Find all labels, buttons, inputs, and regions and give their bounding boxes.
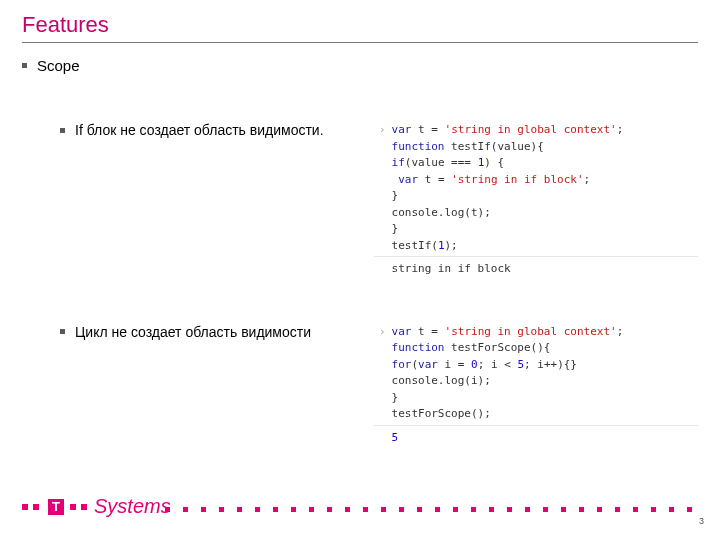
- code-text: var t = 'string in global context';: [392, 324, 698, 341]
- footer-dot-icon: [489, 507, 494, 512]
- col-text-loop: Цикл не создает область видимости: [22, 324, 374, 350]
- code-listing: ›var t = 'string in global context';func…: [374, 122, 698, 278]
- code-line: function testForScope(){: [374, 340, 698, 357]
- logo-text: Systems: [94, 495, 171, 518]
- footer-dot-icon: [435, 507, 440, 512]
- code-text: console.log(t);: [392, 205, 698, 222]
- code-line: var t = 'string in if block';: [374, 172, 698, 189]
- code-gutter: [374, 340, 392, 357]
- footer-dot-icon: [309, 507, 314, 512]
- row-loop-block: Цикл не создает область видимости ›var t…: [22, 324, 698, 453]
- code-gutter: [374, 357, 392, 374]
- output-gutter: [374, 261, 392, 278]
- code-gutter: [374, 155, 392, 172]
- footer-dot-icon: [219, 507, 224, 512]
- footer-dot-icon: [507, 507, 512, 512]
- logo-dot-icon: [70, 504, 76, 510]
- footer-dots-row: [165, 507, 705, 512]
- bullet-square-icon: [60, 329, 65, 334]
- bullet-if: If блок не создает область видимости.: [60, 122, 374, 138]
- code-gutter: [374, 205, 392, 222]
- title-rule: [22, 42, 698, 43]
- footer-dot-icon: [363, 507, 368, 512]
- footer-dot-icon: [201, 507, 206, 512]
- footer-dot-icon: [165, 507, 170, 512]
- code-gutter: [374, 238, 392, 255]
- footer-dot-icon: [687, 507, 692, 512]
- code-text: testForScope();: [392, 406, 698, 423]
- slide-content: Features Scope If блок не создает област…: [0, 0, 720, 452]
- footer-dot-icon: [183, 507, 188, 512]
- code-text: if(value === 1) {: [392, 155, 698, 172]
- code-output-row: string in if block: [374, 256, 698, 278]
- code-gutter: [374, 390, 392, 407]
- code-line: }: [374, 390, 698, 407]
- code-output-row: 5: [374, 425, 698, 447]
- code-text: var t = 'string in if block';: [392, 172, 698, 189]
- code-line: console.log(t);: [374, 205, 698, 222]
- page-number: 3: [699, 516, 704, 526]
- code-block-1: ›var t = 'string in global context';func…: [374, 122, 698, 284]
- footer-dot-icon: [615, 507, 620, 512]
- code-text: }: [392, 221, 698, 238]
- code-line: ›var t = 'string in global context';: [374, 122, 698, 139]
- code-line: function testIf(value){: [374, 139, 698, 156]
- footer-dot-icon: [345, 507, 350, 512]
- code-line: ›var t = 'string in global context';: [374, 324, 698, 341]
- footer-dot-icon: [417, 507, 422, 512]
- code-text: for(var i = 0; i < 5; i++){}: [392, 357, 698, 374]
- code-gutter: [374, 221, 392, 238]
- footer-dot-icon: [327, 507, 332, 512]
- footer-dot-icon: [651, 507, 656, 512]
- code-gutter: [374, 188, 392, 205]
- footer-dot-icon: [597, 507, 602, 512]
- chevron-right-icon: ›: [379, 325, 386, 338]
- footer-dot-icon: [399, 507, 404, 512]
- col-text-if: If блок не создает область видимости.: [22, 122, 374, 148]
- code-gutter: ›: [374, 324, 392, 341]
- footer-dot-icon: [471, 507, 476, 512]
- chevron-right-icon: ›: [379, 123, 386, 136]
- footer-dot-icon: [273, 507, 278, 512]
- footer-dot-icon: [453, 507, 458, 512]
- code-gutter: [374, 406, 392, 423]
- footer-logo: Systems: [22, 495, 171, 518]
- code-gutter: [374, 172, 392, 189]
- row-if-block: If блок не создает область видимости. ›v…: [22, 122, 698, 284]
- footer-dot-icon: [255, 507, 260, 512]
- code-line: }: [374, 221, 698, 238]
- bullet-square-icon: [22, 63, 27, 68]
- bullet-loop-text: Цикл не создает область видимости: [75, 324, 311, 340]
- code-gutter: [374, 373, 392, 390]
- footer-dot-icon: [237, 507, 242, 512]
- code-line: for(var i = 0; i < 5; i++){}: [374, 357, 698, 374]
- code-text: var t = 'string in global context';: [392, 122, 698, 139]
- code-output: 5: [392, 430, 399, 447]
- logo-dot-icon: [33, 504, 39, 510]
- code-line: if(value === 1) {: [374, 155, 698, 172]
- code-line: testIf(1);: [374, 238, 698, 255]
- bullet-scope-text: Scope: [37, 57, 80, 74]
- code-listing: ›var t = 'string in global context';func…: [374, 324, 698, 447]
- footer-dot-icon: [543, 507, 548, 512]
- footer-dot-icon: [561, 507, 566, 512]
- code-gutter: ›: [374, 122, 392, 139]
- code-text: function testIf(value){: [392, 139, 698, 156]
- code-line: console.log(i);: [374, 373, 698, 390]
- page-title: Features: [22, 12, 698, 38]
- logo-dot-icon: [81, 504, 87, 510]
- bullet-scope: Scope: [22, 57, 698, 74]
- code-line: }: [374, 188, 698, 205]
- code-text: }: [392, 188, 698, 205]
- footer-dot-icon: [633, 507, 638, 512]
- code-line: testForScope();: [374, 406, 698, 423]
- code-text: console.log(i);: [392, 373, 698, 390]
- bullet-loop: Цикл не создает область видимости: [60, 324, 374, 340]
- footer-dot-icon: [579, 507, 584, 512]
- logo-dot-icon: [22, 504, 28, 510]
- output-gutter: [374, 430, 392, 447]
- code-text: }: [392, 390, 698, 407]
- footer-dot-icon: [381, 507, 386, 512]
- code-text: testIf(1);: [392, 238, 698, 255]
- code-block-2: ›var t = 'string in global context';func…: [374, 324, 698, 453]
